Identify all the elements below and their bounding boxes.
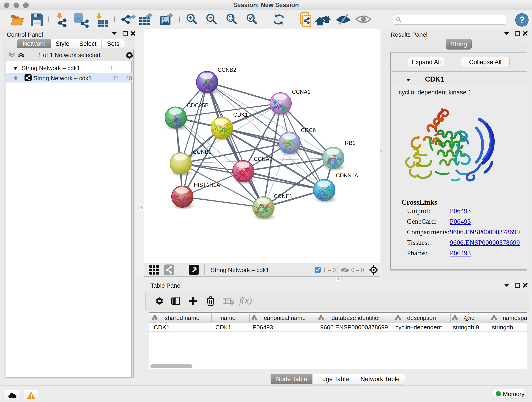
svg-text:namespac: namespac bbox=[503, 314, 527, 321]
svg-text:name: name bbox=[221, 314, 235, 321]
svg-text:CCNB1: CCNB1 bbox=[193, 149, 211, 155]
svg-text:database identifier: database identifier bbox=[331, 314, 380, 321]
svg-text:RB1: RB1 bbox=[345, 140, 355, 146]
svg-text:HIST1H1A: HIST1H1A bbox=[194, 182, 220, 188]
svg-text:CDC6: CDC6 bbox=[301, 127, 316, 133]
svg-text:CCNE1: CCNE1 bbox=[274, 193, 292, 199]
svg-text:canonical name: canonical name bbox=[264, 314, 306, 321]
svg-text:CDK1: CDK1 bbox=[233, 112, 248, 118]
svg-text:CDKN1A: CDKN1A bbox=[336, 172, 358, 179]
svg-text:CCNB2: CCNB2 bbox=[218, 67, 236, 73]
svg-text:CCNA1: CCNA1 bbox=[292, 89, 310, 95]
svg-text:description: description bbox=[407, 314, 436, 321]
svg-text:CDC25B: CDC25B bbox=[187, 102, 209, 108]
svg-text:CCNA2: CCNA2 bbox=[254, 156, 272, 162]
svg-text:@id: @id bbox=[464, 314, 475, 321]
svg-text:shared name: shared name bbox=[165, 314, 200, 321]
